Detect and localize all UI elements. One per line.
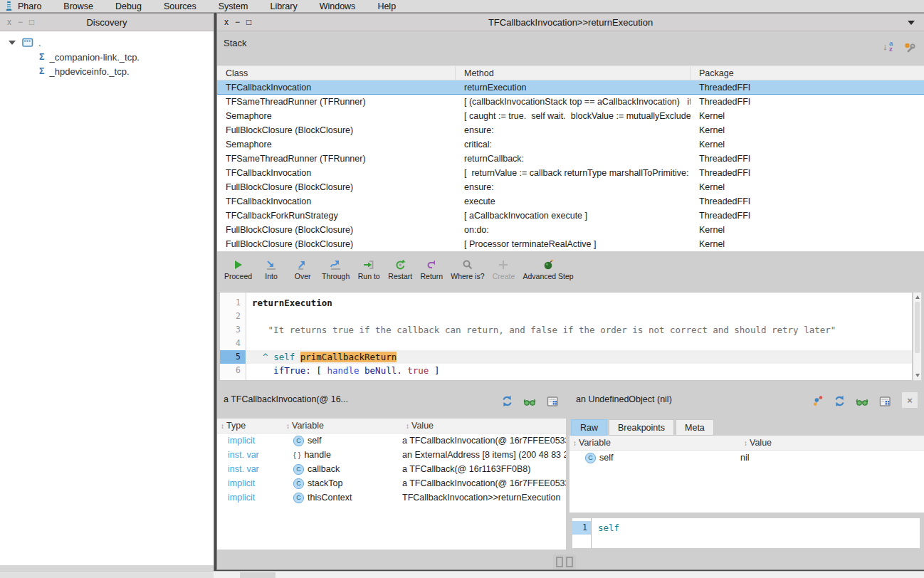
scroll-up-icon[interactable] xyxy=(915,295,920,299)
stack-cell-class: FullBlockClosure (BlockClosure) xyxy=(217,125,456,135)
tree-item[interactable]: Σ_hpdeviceinfo._tcp. xyxy=(0,64,214,78)
inspector-row[interactable]: implicitCstackTopa TFCallbackInvocation(… xyxy=(217,476,566,490)
stack-column-header-package[interactable]: Package xyxy=(691,66,924,80)
inspector-row[interactable]: Cselfnil xyxy=(569,451,924,465)
variable-name: CstackTop xyxy=(283,478,402,489)
stack-row[interactable]: TFCallbackInvocation[ returnValue := cal… xyxy=(217,166,924,180)
stack-row[interactable]: TFSameThreadRunner (TFRunner)[ (callback… xyxy=(217,95,924,109)
stack-column-header-class[interactable]: Class xyxy=(217,66,456,80)
inspector-pager[interactable] xyxy=(553,555,576,569)
settings-wrench-icon[interactable] xyxy=(903,41,915,56)
expander-icon[interactable] xyxy=(9,41,16,45)
inspector-right: an UndefinedObject (nil) RawBreakpointsM… xyxy=(569,388,924,569)
stack-row[interactable]: FullBlockClosure (BlockClosure)ensure:Ke… xyxy=(217,123,924,137)
horizontal-scrollbar-thumb[interactable] xyxy=(240,572,275,578)
toolbar-button-label: Into xyxy=(265,272,278,280)
menu-item-system[interactable]: System xyxy=(219,1,248,11)
variable-type: implicit xyxy=(217,478,283,488)
scroll-down-icon[interactable] xyxy=(915,374,920,377)
inspector-row[interactable]: implicitCselfa TFCallbackInvocation(@ 16… xyxy=(217,434,566,448)
variable-label: self xyxy=(599,453,613,463)
through-icon xyxy=(330,258,342,270)
inspect-glasses-icon[interactable] xyxy=(523,396,537,409)
stack-row[interactable]: FullBlockClosure (BlockClosure)[ Process… xyxy=(217,237,924,251)
browse-table-icon[interactable] xyxy=(547,396,559,410)
code-line: 3 "It returns true if the callback can r… xyxy=(220,323,912,337)
scrollbar-thumb[interactable] xyxy=(915,302,920,353)
variable-type: implicit xyxy=(217,493,283,503)
menu-item-pharo[interactable]: Pharo xyxy=(18,1,41,11)
stack-cell-method: [ aCallbackInvocation execute ] xyxy=(456,211,691,221)
inspector-column-header-variable[interactable]: Variable xyxy=(569,436,740,450)
close-icon[interactable]: x xyxy=(224,17,229,27)
minimize-icon[interactable]: − xyxy=(18,17,23,27)
over-button[interactable]: Over xyxy=(287,256,318,282)
class-icon: C xyxy=(293,478,304,489)
return-button[interactable]: Return xyxy=(416,256,447,282)
menu-item-debug[interactable]: Debug xyxy=(115,1,142,11)
advanced-step-button[interactable]: Advanced Step xyxy=(519,256,577,282)
menu-item-help[interactable]: Help xyxy=(377,1,396,11)
menu-item-library[interactable]: Library xyxy=(270,1,297,11)
minimize-icon[interactable]: − xyxy=(235,17,240,27)
stack-row[interactable]: FullBlockClosure (BlockClosure)on:do:Ker… xyxy=(217,223,924,237)
maximize-icon[interactable]: □ xyxy=(246,17,251,27)
object-graph-icon[interactable] xyxy=(812,395,824,410)
sort-az-icon[interactable]: ↓az xyxy=(883,41,896,56)
inspector-right-title: an UndefinedObject (nil) xyxy=(576,394,672,404)
debugger-window: x−□ TFCallbackInvocation>>returnExecutio… xyxy=(217,14,924,569)
close-icon[interactable]: x xyxy=(7,17,11,27)
stack-row[interactable]: TFCallbackForkRunStrategy[ aCallbackInvo… xyxy=(217,209,924,223)
variable-name: Cself xyxy=(283,436,402,446)
refresh-icon[interactable] xyxy=(501,395,513,410)
close-inspector-button[interactable] xyxy=(901,392,918,409)
proceed-button[interactable]: Proceed xyxy=(221,256,256,282)
inspector-row[interactable]: inst. var{ }handlean ExternalAddress [8 … xyxy=(217,448,566,462)
through-button[interactable]: Through xyxy=(318,256,353,282)
where-is--button[interactable]: Where is? xyxy=(447,256,488,282)
tab-raw[interactable]: Raw xyxy=(571,419,607,436)
browse-table-icon[interactable] xyxy=(879,396,891,410)
pager-page-icon[interactable] xyxy=(566,557,573,567)
inspector-column-header-value[interactable]: Value xyxy=(402,419,566,433)
variable-label: stackTop xyxy=(308,478,342,488)
tab-meta[interactable]: Meta xyxy=(676,419,714,436)
inspector-code-editor[interactable]: 1 self xyxy=(572,517,920,549)
window-menu-chevron-icon[interactable] xyxy=(908,21,915,25)
variable-label: self xyxy=(308,436,321,446)
stack-row[interactable]: FullBlockClosure (BlockClosure)ensure:Ke… xyxy=(217,180,924,194)
menu-item-browse[interactable]: Browse xyxy=(63,1,93,11)
discovery-tree: .Σ_companion-link._tcp.Σ_hpdeviceinfo._t… xyxy=(0,31,214,565)
line-number: 6 xyxy=(220,364,246,377)
discovery-window-controls: x−□ xyxy=(7,17,34,27)
editor-scrollbar[interactable] xyxy=(913,292,922,381)
mini-editor-text[interactable]: self xyxy=(592,518,619,548)
inspector-column-header-variable[interactable]: Variable xyxy=(283,419,402,433)
inspect-glasses-icon[interactable] xyxy=(856,396,869,409)
into-button[interactable]: Into xyxy=(256,256,287,282)
maximize-icon[interactable]: □ xyxy=(29,17,34,27)
inspector-column-header-value[interactable]: Value xyxy=(740,436,924,450)
stack-row[interactable]: Semaphorecritical:Kernel xyxy=(217,137,924,152)
tab-breakpoints[interactable]: Breakpoints xyxy=(609,419,674,436)
code-editor[interactable]: 1returnExecution23 "It returns true if t… xyxy=(219,292,913,381)
menu-item-windows[interactable]: Windows xyxy=(320,1,356,11)
restart-button[interactable]: Restart xyxy=(384,256,416,282)
run-to-button[interactable]: Run to xyxy=(353,256,384,282)
stack-row[interactable]: Semaphore[ caught := true. self wait. bl… xyxy=(217,109,924,123)
stack-row[interactable]: TFSameThreadRunner (TFRunner)returnCallb… xyxy=(217,152,924,166)
refresh-icon[interactable] xyxy=(834,395,846,410)
stack-row[interactable]: TFCallbackInvocationexecuteThreadedFFI xyxy=(217,194,924,209)
tree-item[interactable]: . xyxy=(0,36,214,50)
menu-item-sources[interactable]: Sources xyxy=(164,1,196,11)
inspector-row[interactable]: inst. varCcallbacka TFCallback(@ 16r1163… xyxy=(217,462,566,476)
stack-column-header-method[interactable]: Method xyxy=(456,66,691,80)
inspector-column-header-type[interactable]: Type xyxy=(217,419,283,433)
code-text: ifFalse: [ false ] xyxy=(246,377,370,381)
stack-row[interactable]: TFCallbackInvocationreturnExecutionThrea… xyxy=(217,80,924,95)
variable-value: a TFCallbackInvocation(@ 16r7FFEE05330 xyxy=(402,436,566,446)
inspector-row[interactable]: implicitCthisContextTFCallbackInvocation… xyxy=(217,490,566,505)
code-line: 6 ifTrue: [ handle beNull. true ] xyxy=(220,364,912,377)
pager-page-icon[interactable] xyxy=(556,557,563,567)
tree-item[interactable]: Σ_companion-link._tcp. xyxy=(0,50,214,64)
